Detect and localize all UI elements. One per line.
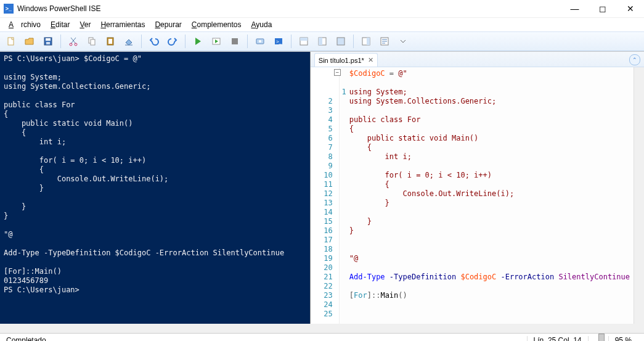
svg-rect-20 [337,38,344,45]
editor-vertical-scrollbar[interactable] [634,67,644,324]
layout-script-top-button[interactable] [296,34,311,49]
layout-side-by-side-button[interactable] [315,34,330,49]
svg-rect-2 [46,38,51,41]
run-script-button[interactable] [190,34,205,49]
save-button[interactable] [41,34,55,49]
menu-depurar[interactable]: Depurar [151,19,185,30]
minimize-button[interactable]: ― [561,0,589,17]
new-remote-tab-button[interactable] [253,34,267,49]
status-bar: Completado Lín. 25 Col. 14 95 % [0,333,644,341]
show-command-addon-button[interactable] [359,34,373,49]
toolbar-dropdown[interactable] [396,34,410,49]
editor-pane: Sin título1.ps1* ✕ ⌃ − 1 2 3 4 5 6 7 8 9… [311,52,644,324]
bottom-spacer [0,327,644,333]
svg-rect-0 [8,38,14,45]
tab-label: Sin título1.ps1* [319,57,364,64]
window-title: Windows PowerShell ISE [17,4,561,13]
menu-ayuda[interactable]: Ayuda [248,19,276,30]
zoom-slider-cell [588,336,608,341]
line-number-gutter: − 1 2 3 4 5 6 7 8 9 10 11 12 13 14 15 16… [311,67,340,324]
svg-point-13 [259,40,261,43]
new-file-button[interactable] [4,34,18,49]
svg-rect-11 [232,38,238,44]
collapse-script-pane-button[interactable]: ⌃ [629,54,640,65]
maximize-button[interactable]: ◻ [589,0,616,17]
console-pane[interactable]: PS C:\Users\juan> $CodigoC = @" using Sy… [0,52,311,324]
cursor-position: Lín. 25 Col. 14 [527,336,588,341]
menu-editar[interactable]: Editar [47,19,73,30]
script-editor[interactable]: − 1 2 3 4 5 6 7 8 9 10 11 12 13 14 15 16… [311,67,644,324]
menu-herramientas[interactable]: Herramientas [97,19,149,30]
svg-rect-7 [91,39,95,45]
svg-rect-9 [108,39,112,44]
paste-button[interactable] [103,34,118,49]
svg-text:>_: >_ [276,39,282,44]
title-bar: >_ Windows PowerShell ISE ― ◻ ✕ [0,0,644,18]
svg-rect-17 [300,38,308,41]
close-button[interactable]: ✕ [616,0,644,17]
undo-button[interactable] [147,34,161,49]
cut-button[interactable] [66,34,81,49]
menu-archivo[interactable]: Archivo [5,19,44,30]
menu-bar: Archivo Editar Ver Herramientas Depurar … [0,18,644,31]
app-icon: >_ [4,4,14,14]
tab-close-icon[interactable]: ✕ [368,56,373,64]
code-area[interactable]: $CodigoC = @" using System; using System… [340,67,634,324]
status-text: Completado [6,336,46,341]
menu-complementos[interactable]: Complementos [188,19,245,30]
menu-ver[interactable]: Ver [76,19,94,30]
editor-tab[interactable]: Sin título1.ps1* ✕ [314,53,378,67]
run-selection-button[interactable] [209,34,224,49]
editor-tab-strip: Sin título1.ps1* ✕ [311,52,644,67]
show-command-button[interactable] [377,34,392,49]
stop-button[interactable] [227,34,242,49]
copy-button[interactable] [84,34,99,49]
layout-script-max-button[interactable] [333,34,348,49]
open-file-button[interactable] [22,34,37,49]
zoom-level: 95 % [608,336,638,341]
fold-toggle-icon[interactable]: − [334,69,341,76]
clear-console-button[interactable] [121,34,136,49]
svg-rect-22 [367,38,370,45]
work-area: PS C:\Users\juan> $CodigoC = @" using Sy… [0,51,644,324]
redo-button[interactable] [165,34,180,49]
svg-rect-19 [319,38,322,45]
start-powershell-button[interactable]: >_ [271,34,286,49]
toolbar: >_ [0,31,644,51]
svg-rect-3 [46,42,50,44]
